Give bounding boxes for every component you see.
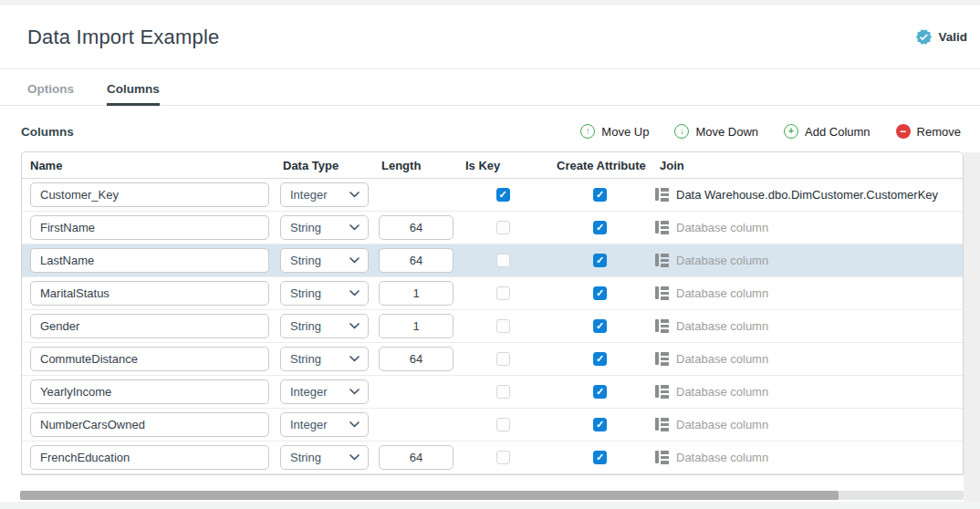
join-cell: Database column: [652, 244, 963, 276]
database-column-icon: [655, 418, 669, 431]
columns-table: Name Data Type Length Is Key Create Attr…: [21, 151, 964, 475]
table-row[interactable]: String Database column: [22, 343, 963, 376]
table-row[interactable]: String Database column: [22, 441, 963, 474]
table-row[interactable]: Integer Database column: [22, 409, 963, 441]
tab-options[interactable]: Options: [27, 82, 74, 106]
move-down-button[interactable]: ↓ Move Down: [674, 124, 758, 139]
join-cell: Data Warehouse.dbo.DimCustomer.CustomerK…: [652, 179, 963, 211]
table-row[interactable]: String Database column: [22, 244, 963, 277]
data-type-select[interactable]: String: [280, 215, 369, 240]
length-cell: [373, 179, 457, 211]
is-key-checkbox[interactable]: [496, 221, 510, 234]
length-input[interactable]: [379, 215, 454, 240]
chevron-down-icon: [349, 356, 360, 362]
header-name: Name: [22, 159, 275, 172]
length-cell: [373, 409, 457, 441]
arrow-up-circle-icon: ↑: [580, 124, 595, 139]
horizontal-scrollbar-thumb[interactable]: [20, 491, 839, 500]
create-attribute-checkbox[interactable]: [593, 221, 607, 234]
data-type-value: Integer: [290, 418, 327, 431]
add-column-label: Add Column: [805, 125, 871, 139]
name-input[interactable]: [30, 347, 269, 371]
data-type-select[interactable]: String: [280, 248, 369, 273]
data-type-select[interactable]: Integer: [280, 379, 369, 404]
join-label: Database column: [676, 254, 768, 267]
data-type-select[interactable]: Integer: [280, 182, 369, 207]
length-input[interactable]: [379, 248, 454, 273]
create-attribute-checkbox[interactable]: [593, 286, 607, 300]
data-type-select[interactable]: String: [280, 281, 369, 306]
length-input[interactable]: [379, 445, 454, 470]
columns-section-bar: Columns ↑ Move Up ↓ Move Down + Add Colu…: [0, 106, 980, 151]
join-label: Database column: [676, 286, 768, 300]
name-input[interactable]: [30, 281, 269, 306]
chevron-down-icon: [349, 454, 360, 461]
join-cell: Database column: [652, 310, 963, 342]
tab-bar: Options Columns: [0, 69, 980, 106]
table-row[interactable]: Integer Database column: [22, 376, 963, 409]
database-column-icon: [655, 319, 669, 332]
is-key-checkbox[interactable]: [496, 385, 510, 399]
name-input[interactable]: [30, 215, 269, 240]
length-input[interactable]: [379, 347, 454, 371]
chevron-down-icon: [349, 257, 360, 264]
create-attribute-checkbox[interactable]: [593, 319, 607, 333]
data-type-value: String: [290, 319, 321, 333]
header-length: Length: [373, 159, 457, 172]
is-key-checkbox[interactable]: [496, 319, 510, 333]
length-input[interactable]: [379, 281, 454, 306]
join-cell: Database column: [652, 376, 963, 408]
length-cell: [373, 343, 457, 375]
tab-columns[interactable]: Columns: [107, 82, 160, 106]
move-down-label: Move Down: [695, 125, 758, 139]
name-input[interactable]: [30, 412, 269, 437]
table-row[interactable]: String Database column: [22, 310, 963, 343]
length-cell: [373, 212, 457, 244]
is-key-checkbox[interactable]: [496, 352, 510, 366]
is-key-checkbox[interactable]: [496, 286, 510, 300]
create-attribute-checkbox[interactable]: [593, 254, 607, 267]
table-row[interactable]: Integer Data Warehouse.dbo.DimCustomer.C…: [22, 179, 963, 212]
name-input[interactable]: [30, 182, 269, 207]
name-input[interactable]: [30, 379, 269, 404]
columns-toolbar: ↑ Move Up ↓ Move Down + Add Column − Rem…: [580, 124, 961, 139]
remove-label: Remove: [917, 125, 961, 139]
create-attribute-checkbox[interactable]: [593, 418, 607, 431]
horizontal-scrollbar[interactable]: [20, 491, 964, 500]
table-row[interactable]: String Database column: [22, 212, 963, 244]
chevron-down-icon: [349, 224, 360, 231]
data-type-value: Integer: [290, 385, 327, 399]
create-attribute-checkbox[interactable]: [593, 352, 607, 366]
is-key-checkbox[interactable]: [496, 451, 510, 464]
name-input[interactable]: [30, 248, 269, 273]
join-label: Database column: [676, 451, 768, 464]
data-type-select[interactable]: String: [280, 314, 369, 338]
add-column-button[interactable]: + Add Column: [784, 124, 871, 139]
database-column-icon: [655, 188, 669, 201]
move-up-button[interactable]: ↑ Move Up: [580, 124, 649, 139]
create-attribute-checkbox[interactable]: [593, 385, 607, 399]
length-input[interactable]: [379, 314, 454, 338]
remove-button[interactable]: − Remove: [896, 124, 961, 139]
name-input[interactable]: [30, 314, 269, 338]
app-header: Data Import Example Valid: [0, 5, 980, 69]
join-label: Database column: [676, 385, 768, 399]
table-row[interactable]: String Database column: [22, 277, 963, 310]
is-key-checkbox[interactable]: [496, 418, 510, 431]
data-type-select[interactable]: Integer: [280, 412, 369, 437]
join-cell: Database column: [652, 343, 963, 375]
table-header-row: Name Data Type Length Is Key Create Attr…: [22, 152, 963, 179]
create-attribute-checkbox[interactable]: [593, 451, 607, 464]
is-key-checkbox[interactable]: [496, 254, 510, 267]
database-column-icon: [655, 352, 669, 365]
create-attribute-checkbox[interactable]: [593, 188, 607, 202]
data-type-select[interactable]: String: [280, 347, 369, 371]
data-type-select[interactable]: String: [280, 445, 369, 470]
database-column-icon: [655, 286, 669, 299]
database-column-icon: [655, 254, 669, 266]
is-key-checkbox[interactable]: [496, 188, 510, 202]
name-input[interactable]: [30, 445, 269, 470]
page-title: Data Import Example: [27, 26, 219, 49]
data-type-value: String: [290, 352, 321, 366]
minus-circle-icon: −: [896, 124, 911, 139]
